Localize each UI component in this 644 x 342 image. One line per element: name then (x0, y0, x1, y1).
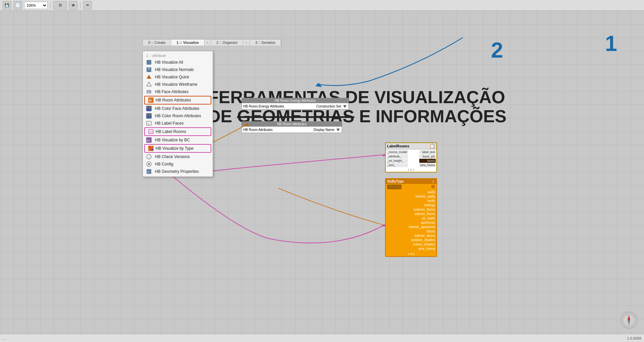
dropdown-item-label-4: HB Visualize Wireframe (155, 82, 197, 87)
dropdown-hb-geometry-properties[interactable]: P HB Geometry Properties (143, 168, 213, 175)
dropdown-item-label-13: HB Check Versions (155, 154, 190, 159)
canvas-fit-btn[interactable]: ⊡ (53, 1, 67, 10)
dropdown-item-label-2: HB Visualize Normals (155, 67, 194, 72)
dropdown-item-label-12: HB Visualize by Type (156, 146, 194, 151)
dropdown-hb-visualize-quick[interactable]: HB Visualize Quick (143, 73, 213, 81)
dropdown-hb-visualize-normals[interactable]: HB Visualize Normals (143, 66, 213, 73)
canvas-file-btn[interactable]: 📄 (13, 1, 22, 10)
svg-text:✓: ✓ (148, 155, 151, 159)
svg-point-35 (148, 163, 150, 165)
canvas-toolbar: 💾 📄 106% 100% 75% 50% ⊡ 👁 ✏ (0, 0, 644, 11)
viz-by-type-title: VizByType (387, 180, 404, 183)
hb-room-energy-output: Construction Set (316, 104, 347, 109)
dropdown-item-label-6: HB Room Attributes (156, 98, 191, 102)
dropdown-hb-color-room-attributes[interactable]: HB Color Room Attributes (143, 112, 213, 120)
dropdown-hb-label-rooms[interactable]: A+ HB Label Rooms (144, 127, 211, 136)
viz-output-apertures: apertures (387, 220, 435, 225)
viz-by-type-icon: 📋 (431, 180, 435, 183)
canvas-save-btn[interactable]: 💾 (3, 1, 11, 10)
dropdown-hb-check-versions[interactable]: ✓ HB Check Versions (143, 153, 213, 160)
dropdown-item-label-10: HB Label Rooms (156, 129, 186, 134)
viz-output-exterior-floors: exterior_floors (387, 207, 435, 212)
label-rooms-node: LabelRooms 📋 _rooms_model _attribute_ _t… (385, 142, 437, 173)
label-rooms-output-1: label_text (419, 150, 436, 154)
viz-by-type-row-input: _hb_objs (387, 185, 435, 189)
viz-by-type-version: 1.8.0 (386, 252, 436, 256)
viz-output-outdoor-shades: outdoor_shades (387, 238, 435, 242)
hb-tab-visualize[interactable]: 1 :: Visualize (171, 40, 204, 46)
label-rooms-header: LabelRooms 📋 (386, 143, 436, 149)
viz-by-type-input-icon (431, 185, 435, 189)
compass-widget[interactable] (621, 312, 637, 329)
svg-text:A: A (148, 122, 150, 125)
dropdown-item-label-11: HB Visualize by BC (155, 138, 190, 142)
viz-output-air-walls: air_walls (387, 216, 435, 220)
dropdown-menu: 1 :: Attribute HB Visualize All HB Visua… (143, 51, 213, 177)
hb-room-attrs-title: HB Room Attributes (242, 122, 342, 127)
label-rooms-icon: 📋 (429, 143, 435, 149)
hb-geometry-properties-icon: P (146, 168, 152, 175)
dropdown-hb-visualize-bc[interactable]: BC HB Visualize by BC (143, 136, 213, 144)
viz-output-interior-floors: interior_floors (387, 212, 435, 216)
hb-room-attrs-node: HB Room Attributes HB Room Attributes Di… (241, 121, 342, 133)
dropdown-hb-color-face-attributes[interactable]: HB Color Face Attributes (143, 105, 213, 112)
svg-rect-21 (147, 114, 149, 116)
hb-room-energy-node: HB Room Energy Attributes HB Room Energy… (241, 98, 349, 110)
hb-label-rooms-icon: A+ (148, 128, 154, 135)
svg-text:BC: BC (147, 139, 151, 142)
canvas-arrows (0, 11, 644, 342)
dropdown-hb-face-attributes[interactable]: A HB Face Attributes (143, 88, 213, 95)
canvas-pen-btn[interactable]: ✏ (83, 1, 92, 10)
label-rooms-title: LabelRooms (387, 144, 409, 148)
dropdown-item-label-8: HB Color Room Attributes (155, 114, 201, 118)
blue-arrow-annotation (302, 31, 486, 91)
label-rooms-inputs: _rooms_model _attribute_ _txt_height_ _f… (386, 150, 408, 167)
svg-rect-3 (431, 185, 435, 188)
viz-by-type-input: _hb_objs (387, 185, 401, 189)
viz-output-interior-apertures: interior_apertures (387, 225, 435, 229)
viz-by-type-body: _hb_objs walls interior_walls roofs ceil… (386, 184, 436, 252)
viz-output-indoor-shades: indoor_shades (387, 242, 435, 247)
viz-by-type-outputs: walls interior_walls roofs ceilings exte… (387, 190, 435, 251)
dropdown-hb-visualize-type[interactable]: HB Visualize by Type (144, 144, 211, 153)
hb-visualize-normals-icon (146, 66, 152, 73)
dropdown-hb-visualize-wireframe[interactable]: HB Visualize Wireframe (143, 81, 213, 88)
hb-visualize-bc-icon: BC (146, 137, 152, 143)
hb-config-icon (146, 161, 152, 167)
dropdown-item-label-5: HB Face Attributes (155, 89, 189, 94)
hb-room-energy-body: HB Room Energy Attributes Construction S… (242, 103, 348, 109)
dropdown-hb-label-faces[interactable]: A HB Label Faces (143, 120, 213, 127)
hb-visualize-quick-icon (146, 74, 152, 80)
hb-color-room-attributes-icon (146, 113, 152, 119)
canvas-grid[interactable]: FERRAMENTAS DE VISUALIZAÇÃO DE GEOMETRIA… (0, 11, 644, 342)
label-rooms-input-4: _font_ (386, 163, 408, 167)
dropdown-hb-config[interactable]: HB Config (143, 160, 213, 168)
hb-label-faces-icon: A (146, 120, 152, 127)
label-rooms-body: _rooms_model _attribute_ _txt_height_ _f… (386, 149, 436, 168)
dropdown-header: 1 :: Attribute (143, 53, 213, 59)
svg-point-41 (628, 320, 630, 321)
svg-rect-7 (147, 60, 151, 65)
svg-rect-22 (149, 114, 151, 116)
hb-visualize-all-icon (146, 59, 152, 66)
annotation-number-1: 1 (605, 31, 617, 56)
statusbar-right: 1.0.0008 (627, 336, 641, 340)
zoom-select[interactable]: 106% 100% 75% 50% (24, 2, 48, 9)
viz-output-interior-walls: interior_walls (387, 194, 435, 199)
dropdown-hb-room-attributes[interactable]: R HB Room Attributes (144, 96, 211, 105)
dropdown-item-label-9: HB Label Faces (155, 121, 183, 126)
hb-room-attrs-body: HB Room Attributes Display Name (242, 127, 342, 133)
hb-tab-create[interactable]: 0 :: Create (143, 40, 171, 46)
hb-tab-organize[interactable]: 2 :: Organize (211, 40, 243, 46)
hb-face-attributes-icon: A (146, 88, 152, 95)
label-rooms-input-2: _attribute_ (386, 154, 408, 158)
svg-marker-10 (147, 75, 151, 79)
label-rooms-input-3: _txt_height_ (386, 159, 408, 163)
viz-output-walls: walls (387, 190, 435, 194)
svg-text:R: R (149, 99, 152, 102)
dropdown-hb-visualize-all[interactable]: HB Visualize All (143, 59, 213, 66)
dropdown-item-label-3: HB Visualize Quick (155, 75, 189, 79)
hb-tab-serialize[interactable]: 3 :: Serialize (250, 40, 281, 46)
svg-marker-0 (315, 83, 322, 87)
canvas-eye-btn[interactable]: 👁 (69, 1, 77, 10)
